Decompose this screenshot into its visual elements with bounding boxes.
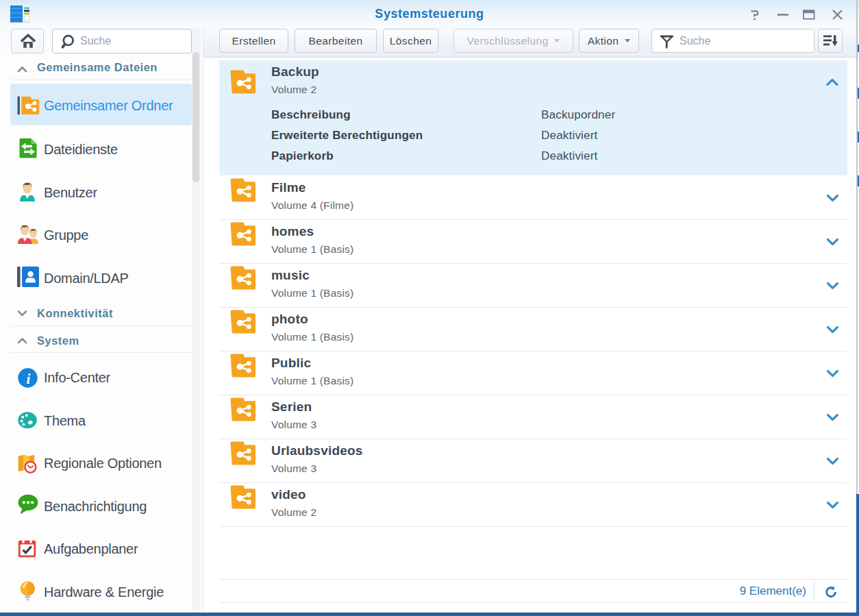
svg-text:i: i <box>27 371 31 387</box>
